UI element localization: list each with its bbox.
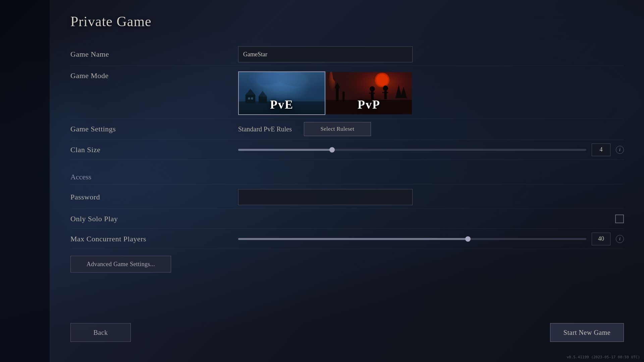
password-row: Password <box>70 186 624 209</box>
section-gap <box>70 160 624 170</box>
clan-size-value: 4 <box>592 143 610 156</box>
clan-size-control: 4 i <box>238 143 624 156</box>
clan-size-slider-container: 4 i <box>238 143 624 156</box>
svg-marker-9 <box>259 91 267 97</box>
game-name-row: Game Name <box>70 43 624 66</box>
mode-card-pvp[interactable]: PvP <box>325 71 413 115</box>
game-name-input[interactable] <box>238 46 413 62</box>
svg-point-15 <box>376 74 388 86</box>
pve-label: PvE <box>239 98 325 112</box>
access-section-label: Access <box>70 170 624 184</box>
game-mode-row: Game Mode <box>70 66 624 119</box>
game-mode-control: PvE <box>238 71 624 115</box>
form-area: Game Name Game Mode <box>70 43 624 316</box>
main-container: Private Game Game Name Game Mode <box>50 0 644 362</box>
max-players-info-icon[interactable]: i <box>616 235 624 243</box>
game-mode-label: Game Mode <box>70 71 238 80</box>
pvp-label: PvP <box>326 98 412 112</box>
page-title: Private Game <box>70 13 624 29</box>
svg-point-3 <box>249 72 282 85</box>
svg-point-23 <box>383 85 388 91</box>
svg-point-20 <box>370 86 375 92</box>
password-label: Password <box>70 193 238 201</box>
version-text: v0.5.41199 (2023-05-17 08:59 UTC) <box>567 355 640 359</box>
game-name-control <box>238 46 624 62</box>
max-players-control: 40 i <box>238 233 624 245</box>
game-settings-value: Standard PvE Rules <box>238 125 292 133</box>
clan-size-fill <box>238 149 332 151</box>
mode-card-pve[interactable]: PvE <box>238 71 325 115</box>
max-players-row: Max Concurrent Players 40 i <box>70 229 624 249</box>
max-players-track[interactable] <box>238 238 586 240</box>
select-ruleset-button[interactable]: Select Ruleset <box>304 122 371 136</box>
clan-size-track[interactable] <box>238 149 586 151</box>
max-players-thumb[interactable] <box>465 236 471 242</box>
left-panel <box>0 0 50 362</box>
game-settings-label: Game Settings <box>70 125 238 133</box>
game-settings-row: Game Settings Standard PvE Rules Select … <box>70 119 624 140</box>
solo-play-row: Only Solo Play <box>70 209 624 229</box>
solo-play-control <box>238 215 624 223</box>
max-players-label: Max Concurrent Players <box>70 235 238 243</box>
clan-size-label: Clan Size <box>70 145 238 154</box>
svg-point-2 <box>255 71 308 90</box>
mode-cards: PvE <box>238 71 413 115</box>
game-settings-control: Standard PvE Rules Select Ruleset <box>238 122 624 136</box>
bottom-bar: Back Start New Game <box>70 316 624 349</box>
advanced-settings-button[interactable]: Advanced Game Settings... <box>70 256 171 273</box>
clan-size-thumb[interactable] <box>329 147 335 153</box>
svg-point-4 <box>278 72 318 86</box>
solo-play-label: Only Solo Play <box>70 215 238 223</box>
password-control <box>238 189 624 205</box>
clan-size-row: Clan Size 4 i <box>70 140 624 160</box>
max-players-slider-container: 40 i <box>238 233 624 245</box>
max-players-fill <box>238 238 468 240</box>
password-input[interactable] <box>238 189 413 205</box>
clan-size-info-icon[interactable]: i <box>616 146 624 154</box>
start-new-game-button[interactable]: Start New Game <box>550 323 624 342</box>
solo-play-checkbox[interactable] <box>615 215 624 223</box>
advanced-row: Advanced Game Settings... <box>70 249 624 273</box>
back-button[interactable]: Back <box>70 323 131 342</box>
max-players-value: 40 <box>592 233 610 245</box>
svg-marker-7 <box>246 89 256 95</box>
game-name-label: Game Name <box>70 50 238 59</box>
